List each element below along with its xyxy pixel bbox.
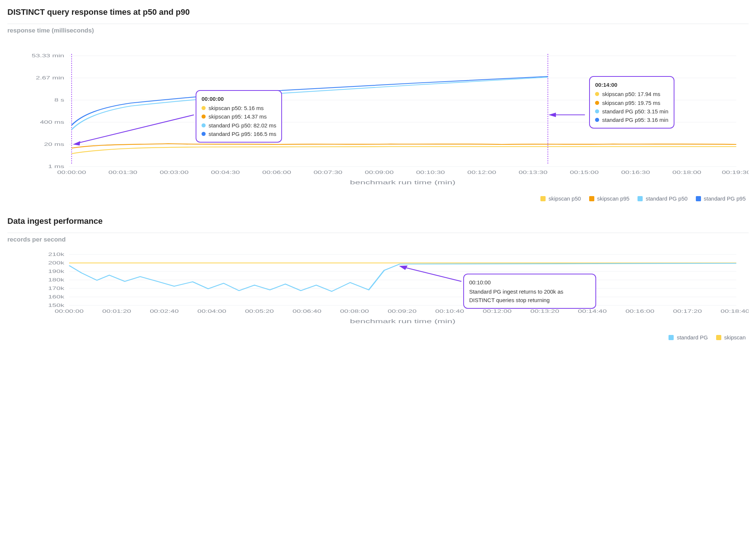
chart1-y-axis: 1 ms 20 ms 400 ms 8 s 2.67 min 53.33 min xyxy=(32,53,64,169)
chart2-plot-area: 150k 160k 170k 180k 190k 200k 210k 00:00… xyxy=(7,246,749,331)
svg-text:00:03:00: 00:03:00 xyxy=(160,170,189,175)
chart1-arrow-start xyxy=(75,115,194,144)
svg-text:00:18:00: 00:18:00 xyxy=(673,170,701,175)
svg-text:00:01:30: 00:01:30 xyxy=(109,170,137,175)
svg-text:00:14:40: 00:14:40 xyxy=(578,309,607,314)
svg-text:00:04:00: 00:04:00 xyxy=(197,309,226,314)
svg-text:00:06:40: 00:06:40 xyxy=(293,309,322,314)
chart1-x-axis: 00:00:00 00:01:30 00:03:00 00:04:30 00:0… xyxy=(57,170,749,175)
svg-text:00:15:00: 00:15:00 xyxy=(570,170,599,175)
svg-marker-27 xyxy=(549,113,556,117)
chart1-callout-start: 00:00:00 skipscan p50: 5.16 ms skipscan … xyxy=(196,90,282,143)
svg-text:00:13:20: 00:13:20 xyxy=(530,309,559,314)
chart1-callout-14min: 00:14:00 skipscan p50: 17.94 ms skipscan… xyxy=(589,76,674,129)
svg-text:8 s: 8 s xyxy=(54,97,64,103)
svg-text:00:16:30: 00:16:30 xyxy=(621,170,650,175)
svg-text:00:17:20: 00:17:20 xyxy=(673,309,702,314)
svg-text:00:09:20: 00:09:20 xyxy=(388,309,416,314)
svg-text:00:13:30: 00:13:30 xyxy=(519,170,547,175)
svg-text:200k: 200k xyxy=(48,260,64,266)
svg-text:20 ms: 20 ms xyxy=(44,142,64,147)
svg-text:00:04:30: 00:04:30 xyxy=(211,170,240,175)
svg-text:210k: 210k xyxy=(48,252,64,257)
svg-text:00:16:00: 00:16:00 xyxy=(625,309,654,314)
svg-text:00:08:00: 00:08:00 xyxy=(340,309,369,314)
svg-text:00:00:00: 00:00:00 xyxy=(55,309,83,314)
chart1-legend: skipscan p50 skipscan p95 standard PG p5… xyxy=(7,192,749,202)
svg-text:180k: 180k xyxy=(48,277,64,283)
chart1-plot-area: 1 ms 20 ms 400 ms 8 s 2.67 min 53.33 min… xyxy=(7,37,749,192)
chart2-x-axis: 00:00:00 00:01:20 00:02:40 00:04:00 00:0… xyxy=(55,309,749,314)
svg-text:00:09:00: 00:09:00 xyxy=(365,170,394,175)
chart2-subtitle: records per second xyxy=(7,236,749,246)
svg-text:00:06:00: 00:06:00 xyxy=(262,170,291,175)
svg-text:2.67 min: 2.67 min xyxy=(36,75,64,81)
svg-text:190k: 190k xyxy=(48,269,64,274)
chart1-x-label: benchmark run time (min) xyxy=(350,179,456,185)
svg-text:00:10:30: 00:10:30 xyxy=(416,170,445,175)
svg-marker-26 xyxy=(73,141,80,146)
svg-text:00:01:20: 00:01:20 xyxy=(102,309,131,314)
series-skipscan-p50 xyxy=(72,147,736,154)
chart2-legend: standard PG skipscan xyxy=(7,331,749,340)
chart2-arrow xyxy=(402,267,461,281)
series-standard-pg-p50 xyxy=(72,77,548,130)
chart2-grid xyxy=(69,254,736,305)
divider xyxy=(7,24,749,24)
svg-text:00:02:40: 00:02:40 xyxy=(150,309,179,314)
chart2-y-axis: 150k 160k 170k 180k 190k 200k 210k xyxy=(48,252,64,308)
divider xyxy=(7,233,749,233)
chart2-callout: 00:10:00 Standard PG ingest returns to 2… xyxy=(463,274,596,309)
chart1-subtitle: response time (milliseconds) xyxy=(7,27,749,37)
svg-text:00:12:00: 00:12:00 xyxy=(467,170,496,175)
svg-text:1 ms: 1 ms xyxy=(48,164,64,169)
svg-text:400 ms: 400 ms xyxy=(40,120,64,125)
svg-text:00:05:20: 00:05:20 xyxy=(245,309,274,314)
chart2-x-label: benchmark run time (min) xyxy=(350,318,456,324)
svg-text:150k: 150k xyxy=(48,303,64,308)
svg-text:00:19:30: 00:19:30 xyxy=(722,170,749,175)
chart2-svg: 150k 160k 170k 180k 190k 200k 210k 00:00… xyxy=(7,246,749,331)
svg-text:00:10:40: 00:10:40 xyxy=(435,309,464,314)
svg-text:160k: 160k xyxy=(48,294,64,300)
chart2-title: Data ingest performance xyxy=(7,216,749,230)
svg-text:00:18:40: 00:18:40 xyxy=(721,309,749,314)
svg-text:53.33 min: 53.33 min xyxy=(32,53,64,58)
svg-marker-42 xyxy=(399,266,408,270)
chart-distinct-response-times: DISTINCT query response times at p50 and… xyxy=(7,7,749,202)
svg-text:00:12:00: 00:12:00 xyxy=(483,309,512,314)
svg-text:170k: 170k xyxy=(48,286,64,291)
chart1-title: DISTINCT query response times at p50 and… xyxy=(7,7,749,21)
svg-text:00:07:30: 00:07:30 xyxy=(313,170,342,175)
series-standard-pg-p95 xyxy=(72,76,548,125)
svg-text:00:00:00: 00:00:00 xyxy=(57,170,86,175)
chart-data-ingest: Data ingest performance records per seco… xyxy=(7,216,749,340)
